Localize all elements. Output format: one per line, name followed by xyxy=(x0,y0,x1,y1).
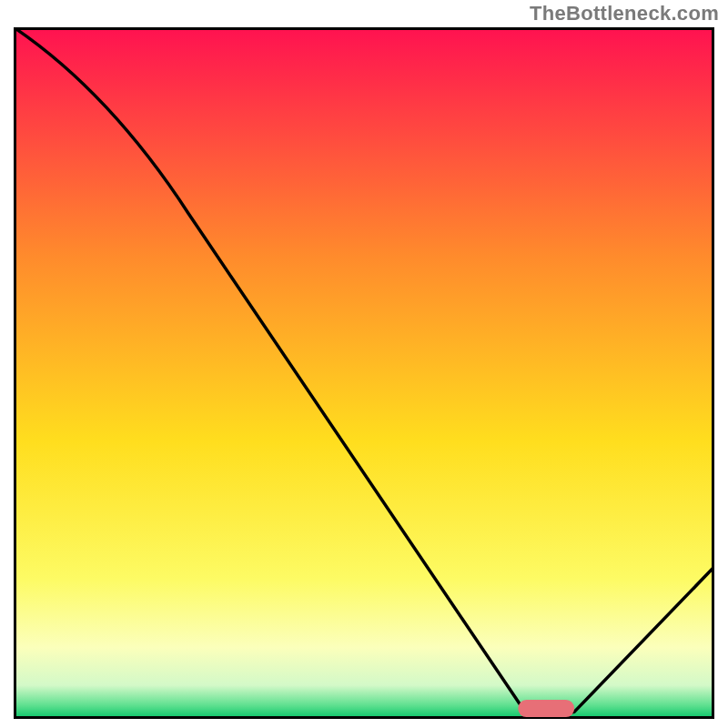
chart-frame: TheBottleneck.com xyxy=(0,0,728,728)
plot-background xyxy=(16,30,712,716)
optimal-marker xyxy=(518,700,574,717)
bottleneck-chart xyxy=(14,27,714,719)
watermark-label: TheBottleneck.com xyxy=(530,2,719,25)
